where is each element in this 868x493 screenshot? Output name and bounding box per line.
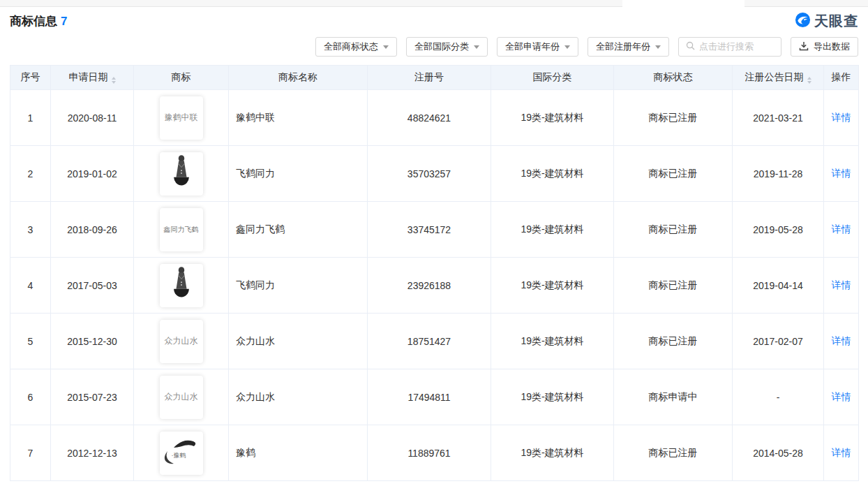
cell-intl-class: 19类-建筑材料 [491, 369, 614, 425]
cell-mark: 鑫同力飞鹤 [134, 202, 229, 258]
col-header-seq: 序号 [10, 66, 51, 90]
filter-intl-class-dropdown[interactable]: 全部国际分类 [406, 37, 488, 57]
search-icon [686, 41, 695, 53]
swoosh-logo-text: ·豫鹤 [172, 451, 186, 460]
col-header-pub-date: 注册公告日期 [733, 66, 824, 90]
detail-link[interactable]: 详情 [832, 223, 851, 235]
cell-action: 详情 [824, 258, 859, 314]
cell-action: 详情 [824, 202, 859, 258]
filter-trademark-status-dropdown[interactable]: 全部商标状态 [315, 37, 397, 57]
cell-pub-date: - [733, 369, 824, 425]
trademark-thumbnail[interactable]: 鑫同力飞鹤 [160, 208, 203, 251]
cell-reg-no: 33745172 [368, 202, 491, 258]
trademark-count-badge: 7 [61, 15, 67, 28]
sort-icon[interactable] [807, 77, 811, 84]
filter-reg-year-dropdown[interactable]: 全部注册年份 [588, 37, 669, 57]
detail-link[interactable]: 详情 [832, 168, 851, 179]
col-header-name: 商标名称 [229, 66, 368, 90]
table-row: 4 2017-05-03 [10, 258, 859, 314]
brand-logo[interactable]: 天眼查 [795, 12, 858, 31]
filter-bar: 全部商标状态 全部国际分类 全部申请年份 全部注册年份 点击进行搜索 导出 [0, 31, 868, 57]
cell-pub-date: 2019-11-28 [733, 146, 824, 202]
col-header-reg-no: 注册号 [368, 66, 491, 90]
page-header: 商标信息7 天眼查 [0, 7, 868, 31]
cell-status: 商标已注册 [614, 202, 733, 258]
trademark-thumbnail-text: 众力山水 [165, 335, 198, 347]
cell-apply-date: 2015-12-30 [51, 314, 134, 369]
cell-mark: ·豫鹤 [134, 425, 229, 481]
trademark-thumbnail-text: 豫鹤中联 [165, 112, 198, 124]
cell-seq: 7 [10, 425, 51, 481]
caret-down-icon [383, 45, 389, 49]
bottle-logo-icon [170, 266, 193, 305]
search-input[interactable]: 点击进行搜索 [678, 37, 781, 57]
cell-intl-class: 19类-建筑材料 [491, 146, 614, 202]
tab-remnant [622, 0, 744, 7]
sort-icon[interactable] [112, 77, 116, 84]
table-row: 2 2019-01-02 [10, 146, 859, 202]
cell-apply-date: 2012-12-13 [51, 425, 134, 481]
cell-mark: 众力山水 [134, 314, 229, 369]
bottle-logo-icon [170, 154, 193, 193]
brand-name: 天眼查 [814, 12, 858, 31]
trademark-thumbnail[interactable]: 众力山水 [160, 320, 203, 363]
cell-reg-no: 48824621 [368, 90, 491, 146]
detail-link[interactable]: 详情 [832, 279, 851, 290]
cell-apply-date: 2017-05-03 [51, 258, 134, 314]
detail-link[interactable]: 详情 [832, 112, 851, 123]
cell-action: 详情 [824, 90, 859, 146]
trademark-thumbnail-text: 众力山水 [165, 391, 198, 403]
filter-intl-class-label: 全部国际分类 [414, 41, 469, 53]
cell-apply-date: 2019-01-02 [51, 146, 134, 202]
cell-seq: 4 [10, 258, 51, 314]
cell-apply-date: 2020-08-11 [51, 90, 134, 146]
cell-status: 商标已注册 [614, 146, 733, 202]
cell-pub-date: 2017-02-07 [733, 314, 824, 369]
detail-link[interactable]: 详情 [832, 335, 851, 346]
trademark-thumbnail[interactable]: 豫鹤中联 [160, 96, 203, 140]
section-title: 商标信息 [10, 15, 57, 28]
cell-status: 商标已注册 [614, 90, 733, 146]
trademark-thumbnail[interactable] [160, 152, 203, 196]
trademark-thumbnail[interactable]: 众力山水 [160, 376, 203, 419]
swoosh-logo-icon: ·豫鹤 [162, 437, 201, 469]
top-chrome-strip [0, 0, 868, 7]
cell-seq: 5 [10, 314, 51, 369]
col-header-status: 商标状态 [614, 66, 733, 90]
export-data-button[interactable]: 导出数据 [791, 37, 858, 57]
cell-pub-date: 2019-05-28 [733, 202, 824, 258]
trademark-table: 序号 申请日期 商标 商标名称 注册号 国际分类 商标状态 注册公告日期 操作 … [10, 65, 858, 481]
col-header-mark: 商标 [134, 66, 229, 90]
cell-apply-date: 2018-09-26 [51, 202, 134, 258]
filter-apply-year-dropdown[interactable]: 全部申请年份 [497, 37, 578, 57]
cell-mark: 豫鹤中联 [134, 90, 229, 146]
cell-action: 详情 [824, 369, 859, 425]
detail-link[interactable]: 详情 [832, 391, 851, 402]
filter-apply-year-label: 全部申请年份 [505, 41, 560, 53]
filter-trademark-status-label: 全部商标状态 [324, 41, 378, 53]
col-header-action: 操作 [824, 66, 859, 90]
cell-intl-class: 19类-建筑材料 [491, 202, 614, 258]
cell-intl-class: 19类-建筑材料 [491, 314, 614, 369]
cell-intl-class: 19类-建筑材料 [491, 425, 614, 481]
cell-name: 豫鹤 [229, 425, 368, 481]
tianyancha-eye-icon [795, 12, 811, 31]
cell-reg-no: 17494811 [368, 369, 491, 425]
cell-seq: 3 [10, 202, 51, 258]
caret-down-icon [564, 45, 570, 49]
cell-seq: 1 [10, 90, 51, 146]
detail-link[interactable]: 详情 [832, 447, 851, 458]
export-data-label: 导出数据 [814, 41, 850, 53]
cell-action: 详情 [824, 425, 859, 481]
cell-reg-no: 35703257 [368, 146, 491, 202]
caret-down-icon [655, 45, 661, 49]
table-row: 3 2018-09-26 鑫同力飞鹤 [10, 202, 859, 258]
cell-name: 众力山水 [229, 314, 368, 369]
cell-mark: 众力山水 [134, 369, 229, 425]
trademark-thumbnail[interactable]: ·豫鹤 [160, 432, 203, 475]
table-row: 7 2012-12-13 ·豫鹤 [10, 425, 859, 481]
cell-action: 详情 [824, 146, 859, 202]
trademark-thumbnail[interactable] [160, 264, 203, 307]
table-row: 1 2020-08-11 豫鹤中联 [10, 90, 859, 146]
col-header-apply-date: 申请日期 [51, 66, 134, 90]
